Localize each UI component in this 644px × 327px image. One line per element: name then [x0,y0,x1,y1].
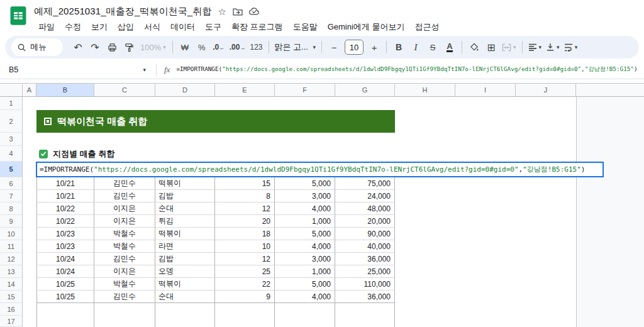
column-header-f[interactable]: F [275,84,335,96]
menu-view[interactable]: 보기 [87,20,112,34]
cell-qty[interactable]: 12 [215,253,275,265]
empty-cell[interactable] [215,303,275,316]
cell-amount[interactable]: 110,000 [335,278,395,291]
bold-button[interactable]: B [391,39,407,55]
cell-unit_price[interactable]: 3,000 [275,190,335,202]
cell-amount[interactable]: 24,000 [335,190,395,202]
cell-a2[interactable] [23,110,36,133]
cell-qty[interactable]: 12 [215,202,275,215]
decrease-font-size-button[interactable]: − [326,39,342,55]
cell-date[interactable]: 10/24 [36,253,94,265]
merge-cells-button[interactable]: ▾ [500,39,518,55]
cell-seller[interactable]: 박철수 [94,228,155,240]
column-header-i[interactable]: I [455,84,516,96]
row-number[interactable]: 13 [0,265,23,278]
font-size-input[interactable]: 10 [345,40,364,55]
column-header-j[interactable]: J [516,84,576,96]
column-header-d[interactable]: D [155,84,215,96]
redo-button[interactable]: ↷ [87,39,103,55]
formula-input[interactable]: =IMPORTRANGE("https://docs.google.com/sp… [176,65,644,74]
cell-unit_price[interactable]: 4,000 [275,291,335,303]
row-number[interactable]: 10 [0,228,23,240]
cell-a4[interactable] [23,146,36,162]
cell-date[interactable]: 10/25 [36,291,94,303]
cloud-saved-icon[interactable] [249,8,260,15]
row-number[interactable]: 2 [0,110,23,133]
cell-amount[interactable]: 75,000 [335,177,395,190]
menu-file[interactable]: 파일 [34,20,59,34]
cell-qty[interactable]: 25 [215,265,275,278]
row-number[interactable]: 11 [0,240,23,253]
empty-cell[interactable] [94,303,155,316]
empty-cell[interactable] [94,316,155,327]
row-number[interactable]: 3 [0,133,23,146]
cell-qty[interactable]: 10 [215,240,275,253]
row-number[interactable]: 15 [0,291,23,303]
vertical-align-button[interactable]: ▾ [544,39,562,55]
cell-qty[interactable]: 9 [215,291,275,303]
row-number[interactable]: 12 [0,253,23,265]
empty-cell[interactable] [335,303,395,316]
cell-unit_price[interactable]: 1,000 [275,265,335,278]
cell-unit_price[interactable]: 5,000 [275,177,335,190]
row-number[interactable]: 9 [0,215,23,228]
cell-unit_price[interactable]: 4,000 [275,240,335,253]
cell-unit_price[interactable]: 5,000 [275,278,335,291]
cell-amount[interactable]: 48,000 [335,202,395,215]
text-wrap-button[interactable]: ▾ [562,39,580,55]
menu-help[interactable]: 도움말 [289,20,322,34]
subtitle-cell[interactable]: 지점별 매출 취합 [36,146,114,162]
empty-cell[interactable] [155,303,215,316]
decrease-decimal-button[interactable]: .0← [211,39,227,55]
paint-format-button[interactable] [121,39,137,55]
cell-item[interactable]: 오뎅 [155,265,215,278]
cell-a16[interactable] [23,303,36,316]
cell-date[interactable]: 10/23 [36,228,94,240]
column-header-c[interactable]: C [94,84,155,96]
empty-cell[interactable] [36,303,94,316]
cell-a[interactable] [23,215,36,228]
empty-cell[interactable] [215,316,275,327]
cell-qty[interactable]: 15 [215,177,275,190]
cell-date[interactable]: 10/21 [36,190,94,202]
menu-extensions[interactable]: 확장 프로그램 [227,20,287,34]
star-icon[interactable]: ☆ [218,7,226,16]
row-number[interactable]: 6 [0,177,23,190]
empty-cell[interactable] [275,316,335,327]
cell-a[interactable] [23,177,36,190]
cell-item[interactable]: 김밥 [155,190,215,202]
undo-button[interactable]: ↶ [70,39,86,55]
column-header-a[interactable]: A [23,84,36,96]
document-title[interactable]: 예제_20251031_매출장_떡볶이천국_취합 [34,6,212,18]
row-number[interactable]: 8 [0,202,23,215]
cell-qty[interactable]: 8 [215,190,275,202]
menu-edit[interactable]: 수정 [60,20,86,34]
select-all-corner[interactable] [0,84,23,96]
fill-color-button[interactable] [466,39,482,55]
cell-a[interactable] [23,228,36,240]
cell-a[interactable] [23,240,36,253]
row-number[interactable]: 16 [0,303,23,316]
column-header-h[interactable]: H [395,84,455,96]
cell-amount[interactable]: 36,000 [335,253,395,265]
cell-item[interactable]: 라면 [155,240,215,253]
cell-unit_price[interactable]: 1,000 [275,215,335,228]
cell-date[interactable]: 10/22 [36,215,94,228]
cell-qty[interactable]: 20 [215,215,275,228]
borders-button[interactable]: ⊞ [483,39,499,55]
cell-unit_price[interactable]: 3,000 [275,253,335,265]
menu-insert[interactable]: 삽입 [113,20,138,34]
empty-cell[interactable] [335,316,395,327]
increase-decimal-button[interactable]: .00→ [228,39,248,55]
cell-seller[interactable]: 박철수 [94,240,155,253]
increase-font-size-button[interactable]: + [366,39,382,55]
cell-item[interactable]: 순대 [155,202,215,215]
cell-date[interactable]: 10/23 [36,240,94,253]
cell-qty[interactable]: 22 [215,278,275,291]
column-header-e[interactable]: E [215,84,275,96]
empty-cell[interactable] [275,303,335,316]
row-number[interactable]: 1 [0,97,23,110]
menu-search-box[interactable]: 메뉴 [11,38,63,56]
cell-item[interactable]: 떡볶이 [155,228,215,240]
cell-seller[interactable]: 이지은 [94,202,155,215]
